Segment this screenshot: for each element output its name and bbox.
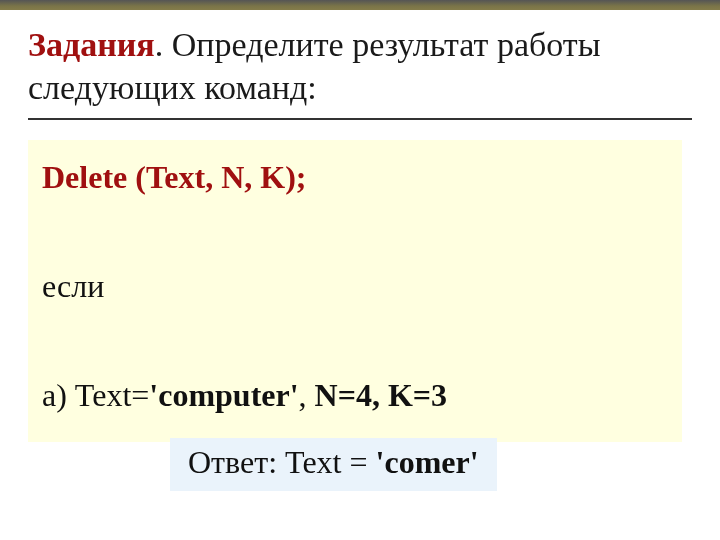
- answer-prefix: Ответ: Text =: [188, 444, 376, 480]
- if-word: если: [42, 259, 668, 313]
- answer-box: Ответ: Text = 'comer': [170, 438, 497, 491]
- slide: Задания. Определите результат работы сле…: [0, 0, 720, 540]
- text-value: 'computer': [149, 377, 298, 413]
- title-label: Задания: [28, 26, 155, 63]
- title-dot: .: [155, 26, 172, 63]
- case-label: а) Text=: [42, 377, 149, 413]
- delete-statement: Delete (Text, N, K);: [42, 150, 668, 204]
- answer-value: 'comer': [376, 444, 479, 480]
- case-line: а) Text='computer', N=4, K=3: [42, 368, 668, 422]
- nk-assign: N=4, K=3: [315, 377, 447, 413]
- top-bar: [0, 0, 720, 10]
- title-underline: [28, 118, 692, 120]
- task-title: Задания. Определите результат работы сле…: [28, 24, 692, 109]
- separator: ,: [299, 377, 315, 413]
- code-box: Delete (Text, N, K); если а) Text='compu…: [28, 140, 682, 442]
